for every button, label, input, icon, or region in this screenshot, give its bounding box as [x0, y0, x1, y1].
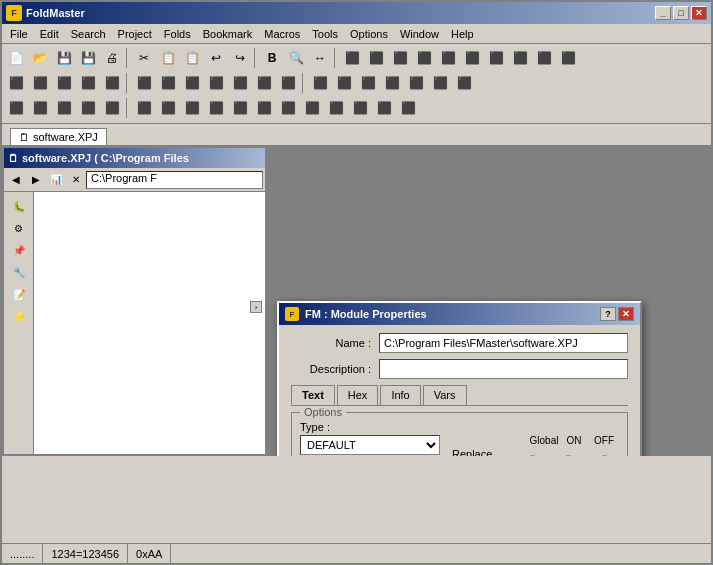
tb-b12[interactable]: ⬛: [277, 72, 299, 94]
module-properties-dialog: F FM : Module Properties ? ✕ Name : Desc…: [277, 301, 642, 456]
menu-search[interactable]: Search: [65, 26, 112, 42]
description-label: Description :: [291, 363, 371, 375]
tb-print[interactable]: 🖨: [101, 47, 123, 69]
tb-btn-a4[interactable]: ⬛: [413, 47, 435, 69]
modal-tab-text[interactable]: Text: [291, 385, 335, 405]
tb-c11[interactable]: ⬛: [253, 97, 275, 119]
tb-b9[interactable]: ⬛: [205, 72, 227, 94]
description-input[interactable]: [379, 359, 628, 379]
menu-folds[interactable]: Folds: [158, 26, 197, 42]
tb-btn-a1[interactable]: ⬛: [341, 47, 363, 69]
tb-c1[interactable]: ⬛: [5, 97, 27, 119]
tb-c5[interactable]: ⬛: [101, 97, 123, 119]
menu-help[interactable]: Help: [445, 26, 480, 42]
tb-b7[interactable]: ⬛: [157, 72, 179, 94]
tb-c15[interactable]: ⬛: [349, 97, 371, 119]
radio-replace-global[interactable]: [527, 455, 538, 457]
tb-b19[interactable]: ⬛: [453, 72, 475, 94]
tb-c13[interactable]: ⬛: [301, 97, 323, 119]
menu-window[interactable]: Window: [394, 26, 445, 42]
tb-b10[interactable]: ⬛: [229, 72, 251, 94]
name-input[interactable]: [379, 333, 628, 353]
tb-redo[interactable]: ↪: [229, 47, 251, 69]
tb-c8[interactable]: ⬛: [181, 97, 203, 119]
tb-cut[interactable]: ✂: [133, 47, 155, 69]
menu-edit[interactable]: Edit: [34, 26, 65, 42]
sep-3: [334, 48, 338, 68]
menu-file[interactable]: File: [4, 26, 34, 42]
tb-c17[interactable]: ⬛: [397, 97, 419, 119]
modal-tab-hex[interactable]: Hex: [337, 385, 379, 405]
modal-body: Name : Description : Text Hex Info Vars: [279, 325, 640, 456]
tb-b6[interactable]: ⬛: [133, 72, 155, 94]
tb-btn-a3[interactable]: ⬛: [389, 47, 411, 69]
tb-c7[interactable]: ⬛: [157, 97, 179, 119]
tb-bold[interactable]: B: [261, 47, 283, 69]
tb-b8[interactable]: ⬛: [181, 72, 203, 94]
tb-b2[interactable]: ⬛: [29, 72, 51, 94]
tb-c16[interactable]: ⬛: [373, 97, 395, 119]
tb-save-all[interactable]: 💾: [77, 47, 99, 69]
toolbar-row-1: 📄 📂 💾 💾 🖨 ✂ 📋 📋 ↩ ↪ B 🔍 ↔ ⬛ ⬛ ⬛ ⬛ ⬛ ⬛ ⬛ …: [4, 46, 709, 70]
tb-c14[interactable]: ⬛: [325, 97, 347, 119]
tb-c6[interactable]: ⬛: [133, 97, 155, 119]
modal-close-button[interactable]: ✕: [618, 307, 634, 321]
tb-btn-a7[interactable]: ⬛: [485, 47, 507, 69]
tb-c4[interactable]: ⬛: [77, 97, 99, 119]
tb-b17[interactable]: ⬛: [405, 72, 427, 94]
tb-c12[interactable]: ⬛: [277, 97, 299, 119]
tab-bar: 🗒 software.XPJ: [2, 124, 711, 146]
workspace: 🗒 software.XPJ ( C:\Program Files ◀ ▶ 📊 …: [2, 146, 711, 456]
status-hex: 0xAA: [128, 544, 171, 563]
tb-b11[interactable]: ⬛: [253, 72, 275, 94]
tb-copy[interactable]: 📋: [157, 47, 179, 69]
tb-btn-a2[interactable]: ⬛: [365, 47, 387, 69]
status-coords: 1234=123456: [43, 544, 128, 563]
modal-tabs: Text Hex Info Vars: [291, 385, 628, 406]
tb-b3[interactable]: ⬛: [53, 72, 75, 94]
radio-replace-on[interactable]: [563, 455, 574, 457]
tb-c3[interactable]: ⬛: [53, 97, 75, 119]
tb-btn-a9[interactable]: ⬛: [533, 47, 555, 69]
modal-help-button[interactable]: ?: [600, 307, 616, 321]
tb-b18[interactable]: ⬛: [429, 72, 451, 94]
radio-replace-off[interactable]: [599, 455, 610, 457]
tb-b4[interactable]: ⬛: [77, 72, 99, 94]
minimize-button[interactable]: _: [655, 6, 671, 20]
tb-btn-a8[interactable]: ⬛: [509, 47, 531, 69]
tb-b1[interactable]: ⬛: [5, 72, 27, 94]
close-button[interactable]: ✕: [691, 6, 707, 20]
menu-bookmark[interactable]: Bookmark: [197, 26, 259, 42]
tb-b15[interactable]: ⬛: [357, 72, 379, 94]
tb-btn-a5[interactable]: ⬛: [437, 47, 459, 69]
tb-new[interactable]: 📄: [5, 47, 27, 69]
status-dots: ........: [2, 544, 43, 563]
type-select[interactable]: DEFAULT: [300, 435, 440, 455]
tb-find[interactable]: 🔍: [285, 47, 307, 69]
menu-macros[interactable]: Macros: [258, 26, 306, 42]
options-legend: Options: [300, 406, 346, 418]
name-label: Name :: [291, 337, 371, 349]
tab-software-xpj[interactable]: 🗒 software.XPJ: [10, 128, 107, 145]
tb-c10[interactable]: ⬛: [229, 97, 251, 119]
maximize-button[interactable]: □: [673, 6, 689, 20]
tb-c2[interactable]: ⬛: [29, 97, 51, 119]
modal-tab-info[interactable]: Info: [380, 385, 420, 405]
tb-replace[interactable]: ↔: [309, 47, 331, 69]
tb-save[interactable]: 💾: [53, 47, 75, 69]
global-col: Global: [529, 435, 559, 446]
menu-tools[interactable]: Tools: [306, 26, 344, 42]
tb-b13[interactable]: ⬛: [309, 72, 331, 94]
modal-tab-vars[interactable]: Vars: [423, 385, 467, 405]
tb-b5[interactable]: ⬛: [101, 72, 123, 94]
tb-b14[interactable]: ⬛: [333, 72, 355, 94]
tb-undo[interactable]: ↩: [205, 47, 227, 69]
tb-b16[interactable]: ⬛: [381, 72, 403, 94]
tb-btn-a10[interactable]: ⬛: [557, 47, 579, 69]
tb-paste[interactable]: 📋: [181, 47, 203, 69]
tb-c9[interactable]: ⬛: [205, 97, 227, 119]
menu-options[interactable]: Options: [344, 26, 394, 42]
tb-btn-a6[interactable]: ⬛: [461, 47, 483, 69]
tb-open[interactable]: 📂: [29, 47, 51, 69]
menu-project[interactable]: Project: [112, 26, 158, 42]
